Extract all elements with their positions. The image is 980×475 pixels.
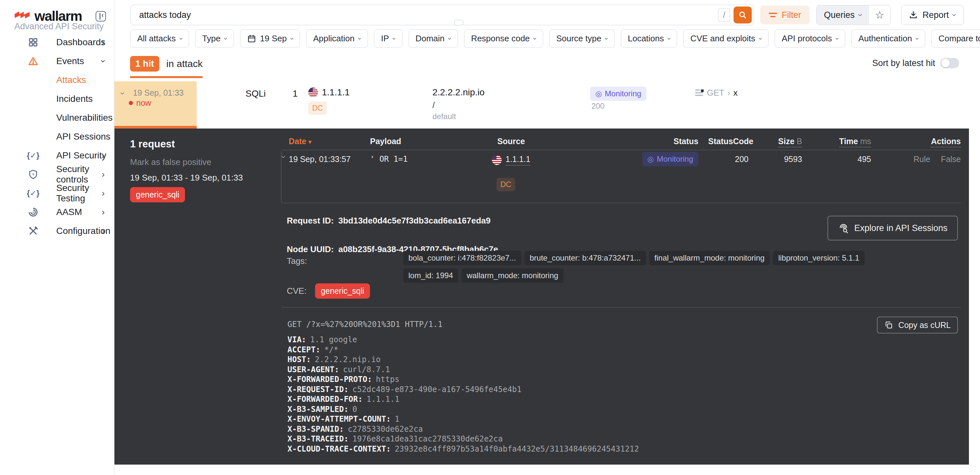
cve-row: CVE: generic_sqli — [287, 284, 370, 299]
attack-source[interactable]: 1.1.1.1 — [308, 87, 350, 97]
column-header-status[interactable]: Status — [635, 137, 698, 146]
sidebar-item-dashboards[interactable]: Dashboards › — [0, 33, 115, 52]
report-button[interactable]: Report › — [901, 5, 964, 25]
hits-bar: 1 hit in attack Sort by latest hit — [130, 56, 959, 79]
braces-check-icon: {✓} — [27, 189, 39, 198]
tag-chip[interactable]: libproton_version: 5.1.1 — [773, 251, 865, 265]
http-header-line: X-FORWARDED-FOR:1.1.1.1 — [288, 394, 639, 405]
chevron-right-icon: › — [102, 226, 105, 236]
sidebar-item-configuration[interactable]: Configuration › — [0, 222, 115, 241]
sidebar-item-api-sessions[interactable]: API Sessions — [0, 127, 115, 146]
section-divider — [282, 307, 961, 308]
copy-as-curl-button[interactable]: Copy as cURL — [877, 317, 958, 333]
http-header-line: X-B3-TRACEID:1976e8ca1dea31cac2785330de6… — [288, 434, 639, 444]
attack-domain[interactable]: 2.2.2.2.nip.io — [433, 87, 484, 97]
toggle-knob — [941, 59, 950, 67]
section-divider — [282, 203, 961, 203]
filter-chip-locations[interactable]: Locations› — [621, 29, 678, 48]
tag-chip[interactable]: brute_counter: b:478:a732471... — [525, 251, 646, 265]
attack-type-tag[interactable]: generic_sqli — [130, 187, 185, 202]
tag-chip[interactable]: lom_id: 1994 — [403, 268, 458, 283]
sidebar-nav: Dashboards › Events › Attacks Incidents … — [0, 33, 115, 241]
rule-action-link[interactable]: Rule — [913, 155, 930, 164]
datacenter-badge: DC — [308, 102, 327, 115]
queries-button[interactable]: Queries › — [817, 6, 869, 24]
tag-chip[interactable]: final_wallarm_mode: monitoring — [649, 251, 770, 265]
hit-count-badge: 1 hit — [130, 56, 159, 72]
sidebar-item-security-controls[interactable]: Security controls › — [0, 165, 115, 184]
requests-count: 1 request — [130, 138, 175, 150]
shield-icon — [27, 169, 39, 180]
http-header-line: X-CLOUD-TRACE-CONTEXT:23932e8c4ff897b53a… — [288, 444, 639, 454]
filter-chip-source-type[interactable]: Source type› — [549, 29, 615, 48]
search-icon — [738, 10, 747, 19]
wallarm-flag-icon — [14, 11, 30, 21]
tags-label: Tags: — [287, 256, 307, 266]
column-header-payload[interactable]: Payload — [370, 137, 468, 146]
attack-type[interactable]: SQLi — [245, 89, 266, 99]
request-source-ip[interactable]: 1.1.1.1 — [506, 155, 530, 166]
target-icon — [27, 207, 39, 217]
column-header-actions[interactable]: Actions — [901, 137, 961, 146]
column-header-statuscode[interactable]: StatusCode — [708, 137, 748, 146]
sidebar-item-events[interactable]: Events › — [0, 52, 115, 70]
mark-false-positive-link[interactable]: Mark as false positive — [130, 157, 212, 167]
cve-tag[interactable]: generic_sqli — [315, 284, 370, 299]
column-header-time[interactable]: Time ms — [833, 137, 871, 146]
sidebar-item-incidents[interactable]: Incidents — [0, 89, 115, 108]
attack-date: 19 Sep, 01:33 — [133, 88, 184, 97]
sidebar-item-attacks[interactable]: Attacks — [0, 70, 115, 89]
request-source[interactable]: 1.1.1.1 — [479, 155, 544, 167]
filter-chip-api-protocols[interactable]: API protocols› — [775, 29, 845, 48]
hits-tab[interactable]: 1 hit in attack — [130, 56, 202, 78]
sidebar-item-security-testing[interactable]: {✓} Security Testing › — [0, 184, 115, 203]
calendar-icon — [247, 34, 256, 43]
filter-chip-compare-to[interactable]: Compare to...› — [931, 29, 980, 48]
tag-chip[interactable]: wallarm_mode: monitoring — [461, 268, 563, 283]
filter-chip-cve-exploits[interactable]: CVE and exploits› — [683, 29, 768, 48]
request-id-label: Request ID: — [287, 216, 334, 225]
chevron-right-icon: › — [102, 189, 105, 198]
column-header-size[interactable]: Size B — [765, 137, 802, 146]
request-row-expander-icon[interactable]: › — [280, 156, 288, 158]
column-header-source[interactable]: Source — [479, 137, 544, 146]
filter-chip-all-attacks[interactable]: All attacks› — [130, 29, 189, 48]
monitoring-icon: ◎ — [648, 156, 654, 163]
attack-application: default — [433, 112, 456, 121]
filter-chip-authentication[interactable]: Authentication› — [851, 29, 925, 48]
table-header-divider — [282, 150, 961, 150]
collapse-sidebar-icon[interactable]: ‹ — [95, 11, 106, 21]
attack-row[interactable]: › 19 Sep, 01:33 now SQLi 1 1.1.1.1 DC 2.… — [115, 81, 969, 129]
search-input[interactable] — [139, 10, 718, 20]
column-header-date[interactable]: Date▾ — [289, 137, 364, 146]
false-action-link[interactable]: False — [941, 155, 961, 164]
chevron-right-icon: › — [102, 207, 105, 217]
sidebar-item-aasm[interactable]: AASM › — [0, 203, 115, 222]
chevron-down-icon: › — [914, 37, 921, 40]
node-uuid-label: Node UUID: — [287, 244, 334, 254]
attack-hit-count: 1 — [293, 89, 298, 99]
tag-chip[interactable]: bola_counter: i:478:f82823e7... — [403, 251, 521, 265]
search-button[interactable] — [733, 6, 752, 24]
attack-source-ip[interactable]: 1.1.1.1 — [322, 87, 350, 97]
sidebar-item-vulnerabilities[interactable]: Vulnerabilities — [0, 108, 115, 127]
copy-icon — [884, 320, 893, 330]
explore-api-sessions-button[interactable]: Explore in API Sessions — [827, 216, 958, 241]
filter-chip-ip[interactable]: IP› — [374, 29, 402, 48]
filter-chip-date[interactable]: 19 Sep› — [240, 29, 301, 48]
attack-endpoint[interactable]: GET › x — [695, 88, 737, 98]
chevron-down-icon: › — [603, 37, 610, 40]
http-request-block: GET /?x=%27%20OR%201%3D1 HTTP/1.1 VIA:1.… — [288, 320, 639, 454]
filter-chip-response-code[interactable]: Response code› — [464, 29, 543, 48]
filter-chip-application[interactable]: Application› — [306, 29, 368, 48]
attack-date-cell[interactable]: › 19 Sep, 01:33 now — [115, 81, 197, 129]
filter-chip-domain[interactable]: Domain› — [408, 29, 458, 48]
sidebar-item-api-security[interactable]: {✓} API Security › — [0, 146, 115, 165]
filter-chip-type[interactable]: Type› — [195, 29, 234, 48]
filter-button[interactable]: Filter — [760, 6, 810, 24]
favorite-star-icon[interactable]: ☆ — [869, 6, 890, 24]
sort-toggle[interactable] — [940, 58, 959, 69]
attack-time-range: 19 Sep, 01:33 - 19 Sep, 01:33 — [130, 173, 243, 183]
chevron-down-icon: › — [390, 37, 398, 40]
attack-response-code: 200 — [592, 102, 605, 111]
